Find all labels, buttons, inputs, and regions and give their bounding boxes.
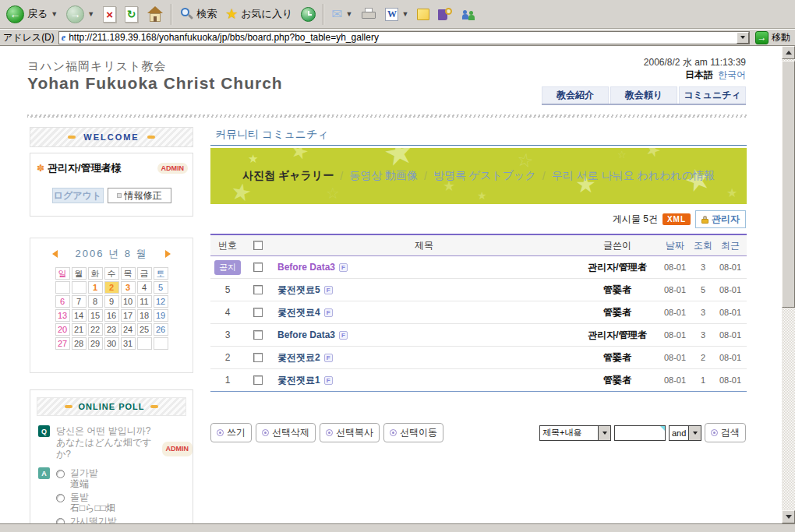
board-row-notice: 공지 Before Data3 F 관리자/管理者 08-01 3 08-01: [210, 256, 747, 279]
print-button[interactable]: [357, 6, 380, 22]
calendar-day[interactable]: 22: [88, 323, 103, 336]
calendar-day[interactable]: 11: [137, 295, 152, 308]
post-title-link[interactable]: 쿷전잿료4: [277, 306, 320, 319]
calendar-day[interactable]: 5: [154, 281, 168, 294]
back-button[interactable]: ← 戻る ▼: [2, 4, 62, 25]
move-selected-button[interactable]: 선택이동: [383, 423, 443, 442]
calendar-day[interactable]: 26: [154, 323, 168, 336]
calendar-day[interactable]: 20: [55, 323, 70, 336]
previous-month-icon[interactable]: [52, 250, 58, 258]
search-button[interactable]: 検索: [175, 5, 221, 23]
row-checkbox[interactable]: [253, 375, 263, 385]
row-checkbox[interactable]: [253, 330, 263, 340]
language-korean-link[interactable]: 한국어: [718, 69, 746, 82]
calendar-day: [55, 281, 70, 294]
calendar-day[interactable]: 23: [104, 323, 119, 336]
post-title-link[interactable]: 쿷전잿료5: [277, 284, 320, 297]
row-checkbox[interactable]: [253, 262, 263, 272]
poll-radio[interactable]: [56, 518, 65, 523]
calendar-day[interactable]: 24: [121, 323, 136, 336]
xml-button[interactable]: XML: [662, 213, 691, 225]
url-dropdown-button[interactable]: [737, 32, 749, 44]
nav-tab-church-news[interactable]: 教会頼り: [610, 86, 677, 104]
post-count: 게시물 5건: [613, 213, 658, 226]
calendar-day[interactable]: 4: [137, 281, 152, 294]
nav-tab-church-intro[interactable]: 教会紹介: [542, 86, 609, 104]
favorites-button[interactable]: ★ お気に入り: [221, 5, 296, 23]
calendar-day[interactable]: 28: [72, 337, 87, 350]
calendar-day[interactable]: 12: [154, 295, 168, 308]
stop-button[interactable]: ×: [99, 5, 120, 24]
refresh-button[interactable]: ↻: [121, 5, 142, 24]
calendar-day[interactable]: 30: [104, 337, 119, 350]
copy-selected-button[interactable]: 선택복사: [320, 423, 380, 442]
poll-radio[interactable]: [56, 470, 65, 478]
forward-dropdown-icon[interactable]: ▼: [87, 10, 94, 18]
row-checkbox[interactable]: [253, 308, 263, 317]
logout-button[interactable]: ログアウト: [52, 188, 104, 203]
print-icon: [361, 8, 376, 20]
scroll-up-button[interactable]: [782, 46, 795, 59]
calendar-day[interactable]: 31: [121, 337, 136, 350]
row-checkbox[interactable]: [253, 353, 263, 362]
next-month-icon[interactable]: [165, 250, 171, 258]
search-keyword-input[interactable]: [614, 425, 666, 441]
calendar-day[interactable]: 19: [154, 309, 168, 322]
address-label: アドレス(D): [3, 31, 55, 44]
language-japanese-link[interactable]: 日本語: [685, 69, 713, 82]
url-input[interactable]: e http://211.189.39.168/yohanfukuoka/jp/…: [58, 31, 750, 44]
forward-button[interactable]: → ▼: [62, 4, 98, 25]
research-button[interactable]: [434, 6, 456, 23]
board-admin-button[interactable]: 관리자: [695, 210, 746, 228]
history-button[interactable]: [297, 5, 320, 23]
calendar-day[interactable]: 29: [88, 337, 103, 350]
calendar-day[interactable]: 27: [55, 337, 70, 350]
calendar-day[interactable]: 18: [137, 309, 152, 322]
menu-item-photo-gallery[interactable]: 사진첩 ギャラリー: [242, 169, 334, 183]
mail-button[interactable]: ✉ ▼: [327, 6, 356, 23]
search-field-select[interactable]: 제목+내용: [539, 425, 611, 441]
calendar-day[interactable]: 14: [72, 309, 87, 322]
search-operator-select[interactable]: and: [669, 425, 701, 441]
nav-tab-community[interactable]: コミュニチィ: [679, 86, 746, 104]
row-checkbox[interactable]: [253, 285, 263, 294]
post-title-link[interactable]: Before Data3: [277, 262, 335, 273]
back-dropdown-icon[interactable]: ▼: [51, 10, 58, 18]
menu-item-guestbook[interactable]: 방명록 ゲストブック: [433, 169, 536, 183]
menu-item-video[interactable]: 동영상 動画像: [349, 169, 418, 183]
calendar-day[interactable]: 17: [121, 309, 136, 322]
calendar-day[interactable]: 1: [88, 281, 103, 294]
calendar-day[interactable]: 3: [121, 281, 136, 294]
mail-dropdown-icon[interactable]: ▼: [345, 10, 352, 18]
write-button[interactable]: 쓰기: [210, 423, 252, 442]
post-title-link[interactable]: Before Data3: [277, 329, 335, 340]
messenger-button[interactable]: [457, 5, 480, 23]
calendar-day[interactable]: 6: [55, 295, 70, 308]
go-button[interactable]: → 移動: [754, 31, 792, 44]
edit-with-word-button[interactable]: W ▼: [381, 6, 412, 23]
select-all-checkbox[interactable]: [253, 241, 263, 250]
scrollbar-thumb[interactable]: [782, 61, 795, 308]
edit-info-button[interactable]: 情報修正: [108, 188, 171, 203]
delete-selected-button[interactable]: 선택삭제: [256, 423, 316, 442]
post-title-link[interactable]: 쿷전잿료2: [277, 351, 320, 365]
discuss-button[interactable]: [413, 7, 433, 22]
calendar-day[interactable]: 7: [72, 295, 87, 308]
calendar-day[interactable]: 25: [137, 323, 152, 336]
menu-item-our-info[interactable]: 우리 서로 나눠요 われわれの情報: [552, 169, 715, 183]
post-title-link[interactable]: 쿷전잿료1: [277, 374, 320, 387]
calendar-day[interactable]: 21: [72, 323, 87, 336]
edit-dropdown-icon[interactable]: ▼: [401, 10, 408, 18]
calendar-day[interactable]: 15: [88, 309, 103, 322]
vertical-scrollbar[interactable]: [782, 46, 795, 523]
search-submit-button[interactable]: 검색: [705, 423, 746, 442]
calendar-day[interactable]: 13: [55, 309, 70, 322]
scroll-down-button[interactable]: [782, 510, 795, 523]
home-button[interactable]: [143, 5, 168, 24]
calendar-day[interactable]: 16: [104, 309, 119, 322]
calendar-day[interactable]: 10: [121, 295, 136, 308]
calendar-day-today[interactable]: 2: [104, 281, 119, 294]
calendar-day[interactable]: 8: [88, 295, 103, 308]
poll-radio[interactable]: [56, 494, 65, 502]
calendar-day[interactable]: 9: [104, 295, 119, 308]
